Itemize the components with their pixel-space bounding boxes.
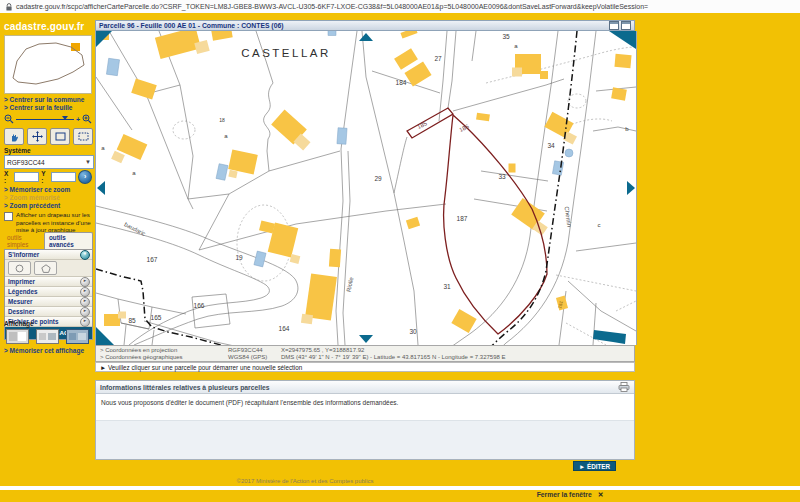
map-label: 85: [128, 317, 136, 324]
section-dessiner[interactable]: Dessiner ▸: [5, 307, 92, 317]
commune-outline: [5, 36, 91, 93]
zoom-track[interactable]: [16, 119, 74, 120]
cadastral-map[interactable]: CASTELLAR35a271842934331873130bc18aaa167…: [95, 31, 637, 345]
pan-bottom-left-icon: [96, 327, 114, 345]
tab-outils-simples[interactable]: outils simples: [4, 233, 44, 249]
select-by-polygon-button[interactable]: [34, 261, 57, 275]
flag-checkbox[interactable]: [4, 212, 13, 221]
section-legendes[interactable]: Légendes ▸: [5, 287, 92, 297]
expand-circle-icon[interactable]: ▸: [80, 317, 90, 327]
dashed-paths: [173, 47, 636, 345]
expand-circle-icon[interactable]: ▸: [80, 287, 90, 297]
affichage-label: Affichage: [4, 320, 34, 327]
coord-proj-label[interactable]: > Coordonnées en projection: [96, 347, 228, 354]
expand-circle-icon[interactable]: ▸: [80, 297, 90, 307]
coord-geo-system: WGS84 (GPS): [228, 354, 281, 361]
map-label: a: [101, 145, 105, 151]
goto-coordinates-button[interactable]: ›: [78, 170, 92, 184]
link-zoom-memorise: > Zoom mémorisé: [4, 194, 70, 202]
map-building: [509, 164, 516, 173]
affichage-thumb-3[interactable]: [66, 329, 89, 344]
system-label: Système: [4, 147, 31, 154]
pan-top-right-icon: [609, 31, 636, 49]
x-label: X :: [4, 170, 12, 184]
map-building: [611, 87, 627, 100]
select-extent-tool-button[interactable]: [73, 128, 93, 145]
zoom-out-icon[interactable]: [4, 114, 14, 124]
link-center-commune[interactable]: > Centrer sur la commune: [4, 96, 94, 104]
pan-hand-tool-button[interactable]: [4, 128, 24, 145]
browser-url-bar[interactable]: cadastre.gouv.fr/scpc/afficherCarteParce…: [0, 0, 800, 14]
link-zoom-precedent[interactable]: > Zoom précédent: [4, 202, 70, 210]
coord-geo-value: DMS (43° 49' 1" N - 7° 19' 39" E) - Lati…: [281, 354, 634, 361]
y-coordinate-input[interactable]: [51, 172, 76, 182]
pan-right-icon: [627, 181, 635, 195]
overview-minimap[interactable]: [4, 35, 92, 94]
map-building: [211, 31, 232, 41]
select-by-circle-button[interactable]: [8, 261, 31, 275]
map-label: b: [625, 126, 629, 132]
map-building: [406, 217, 420, 229]
affichage-thumb-2[interactable]: [36, 329, 59, 344]
map-label: 33: [498, 173, 506, 180]
coord-geo-label[interactable]: > Coordonnées géographiques: [96, 354, 228, 361]
window-restore-icon[interactable]: [609, 21, 619, 30]
map-building: [305, 273, 337, 320]
expand-circle-icon[interactable]: ▸: [80, 307, 90, 317]
section-dessiner-label: Dessiner: [8, 308, 35, 315]
map-title: Parcelle 96 - Feuille 000 AE 01 - Commun…: [99, 22, 283, 29]
map-label: 187: [457, 215, 468, 222]
zoom-slider[interactable]: +: [4, 113, 92, 125]
editer-button[interactable]: ► ÉDITER: [573, 461, 616, 471]
map-building: [106, 58, 119, 75]
printer-icon[interactable]: [618, 382, 630, 392]
map-label: a: [224, 133, 228, 139]
map-building: [476, 113, 490, 122]
section-imprimer[interactable]: Imprimer ▸: [5, 277, 92, 287]
map-label: c: [598, 222, 601, 228]
sinformer-tools: [5, 260, 92, 277]
lock-icon: [6, 3, 12, 11]
link-memoriser-zoom[interactable]: > Mémoriser ce zoom: [4, 186, 70, 194]
system-select[interactable]: RGF93CC44 ▼: [4, 155, 94, 169]
link-center-feuille[interactable]: > Centrer sur la feuille: [4, 104, 94, 112]
map-building: [329, 249, 341, 268]
section-sinformer[interactable]: S'informer ▾: [5, 250, 92, 260]
map-label: Riolle: [346, 276, 355, 293]
expand-circle-icon[interactable]: ▸: [80, 277, 90, 287]
map-label: 19: [235, 254, 243, 261]
section-mesurer[interactable]: Mesurer ▸: [5, 297, 92, 307]
chevron-down-icon: ▼: [85, 159, 91, 165]
affichage-thumb-1[interactable]: [6, 329, 29, 344]
close-window-link[interactable]: Fermer la fenêtre ✕: [490, 491, 650, 499]
link-memoriser-affichage[interactable]: > Mémoriser cet affichage: [4, 347, 84, 354]
coordinates-bar: > Coordonnées en projection RGF93CC44 X=…: [95, 345, 635, 362]
map-label: 31: [443, 283, 451, 290]
map-label: a: [132, 170, 136, 176]
map-label: a: [514, 43, 518, 49]
map-building: [400, 31, 417, 39]
zoom-in-icon[interactable]: [82, 114, 92, 124]
map-building: [228, 170, 237, 179]
flag-checkbox-label: Afficher un drapeau sur les parcelles en…: [16, 211, 92, 234]
close-window-label: Fermer la fenêtre: [537, 491, 592, 498]
zoom-rect-tool-button[interactable]: [50, 128, 70, 145]
x-coordinate-input[interactable]: [14, 172, 39, 182]
collapse-circle-icon[interactable]: ▾: [80, 250, 90, 260]
map-label: 166: [194, 302, 205, 309]
map-label: baudaric: [123, 221, 146, 237]
polygon-shape-icon: [41, 264, 51, 273]
map-hint: ► Veuillez cliquer sur une parcelle pour…: [95, 362, 635, 372]
map-label: CASTELLAR: [241, 47, 331, 59]
move-tool-button[interactable]: [27, 128, 47, 145]
parcel-lines: [96, 31, 636, 345]
zoom-marker[interactable]: [62, 116, 68, 120]
window-maximize-icon[interactable]: [621, 21, 631, 30]
map-building: [131, 78, 157, 99]
map-building: [328, 31, 336, 36]
map-building: [614, 54, 631, 68]
map-label: 34: [547, 142, 555, 149]
tab-outils-avances[interactable]: outils avancés: [44, 232, 93, 249]
pan-left-icon: [97, 181, 105, 195]
copyright-text: ©2017 Ministère de l'Action et des Compt…: [0, 478, 610, 484]
